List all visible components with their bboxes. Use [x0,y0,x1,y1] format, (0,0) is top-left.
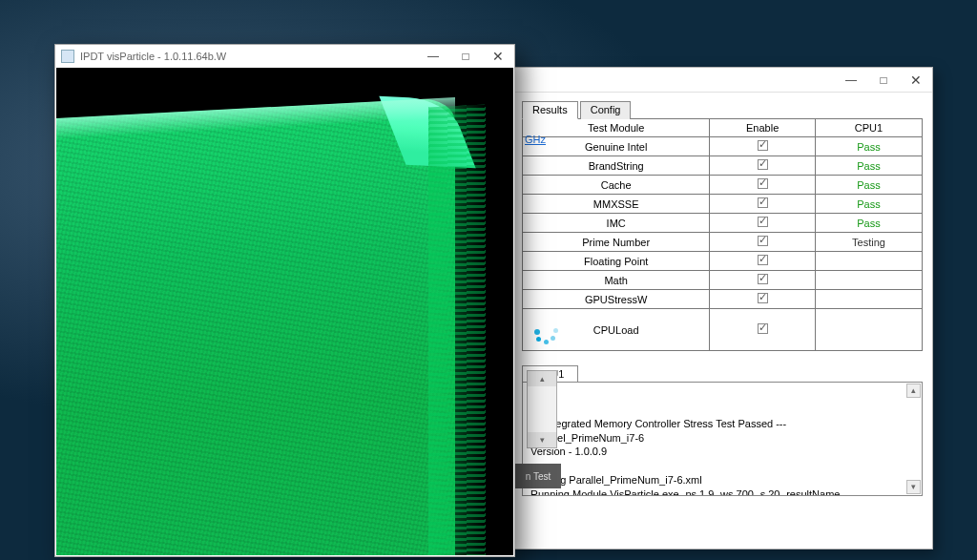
close-button[interactable]: ✕ [482,45,514,68]
particle-cube [56,97,455,555]
table-row: Prime NumberTesting [523,233,923,252]
diagnostic-titlebar[interactable]: — □ ✕ [512,68,932,93]
particle-edge [428,104,486,555]
status-cell [815,252,922,271]
visparticle-titlebar[interactable]: IPDT visParticle - 1.0.11.64b.W — □ ✕ [55,45,514,68]
test-name: GPUStressW [523,290,710,309]
test-name: Cache [523,176,710,195]
table-row: Math [523,271,923,290]
test-name: Math [523,271,710,290]
maximize-button[interactable]: □ [867,68,900,92]
table-row: Floating Point [523,252,923,271]
col-test-module: Test Module [523,119,710,137]
status-cell: Pass [815,195,922,214]
results-tabs: Results Config [522,100,923,119]
enable-checkbox[interactable] [758,293,768,303]
maximize-button[interactable]: □ [449,45,482,68]
status-cell: Pass [815,214,922,233]
close-button[interactable]: ✕ [900,68,932,92]
log-text: --- Integrated Memory Controller Stress … [530,418,840,496]
enable-checkbox[interactable] [758,159,768,170]
hidden-scrollbar[interactable]: ▴ ▾ [527,370,557,448]
loading-spinner [534,321,561,347]
test-name: Floating Point [523,252,710,271]
table-row: GPUStressW [523,290,923,309]
window-title: IPDT visParticle - 1.0.11.64b.W [80,51,226,62]
minimize-button[interactable]: — [835,68,867,92]
tab-results[interactable]: Results [522,101,578,119]
test-name: MMXSSE [523,195,710,214]
app-icon [61,50,74,63]
table-row: Genuine IntelPass [523,137,923,156]
test-name: Prime Number [523,233,710,252]
table-row: BrandStringPass [523,156,923,176]
enable-checkbox[interactable] [758,323,768,334]
test-name: IMC [523,214,710,233]
status-cell: Pass [815,176,922,195]
enable-checkbox[interactable] [758,197,768,208]
status-cell [815,290,922,309]
enable-checkbox[interactable] [758,255,768,265]
enable-checkbox[interactable] [758,217,768,227]
table-row: IMCPass [523,214,923,233]
test-name: BrandString [523,156,710,176]
enable-checkbox[interactable] [758,178,768,189]
scroll-up-icon[interactable]: ▴ [528,371,556,386]
scroll-down-icon[interactable]: ▾ [528,432,556,447]
test-results-table: Test Module Enable CPU1 Genuine IntelPas… [522,118,923,351]
status-cell [815,271,922,290]
minimize-button[interactable]: — [417,45,449,68]
status-cell [815,309,922,351]
col-cpu1: CPU1 [815,119,922,137]
visparticle-window: IPDT visParticle - 1.0.11.64b.W — □ ✕ [54,44,515,557]
particle-viewport [56,68,513,555]
log-output[interactable]: ▴ --- Integrated Memory Controller Stres… [522,382,923,496]
col-enable: Enable [710,119,816,137]
scroll-up-icon[interactable]: ▴ [906,384,921,398]
diagnostic-window: — □ ✕ Results Config Test Module Enable … [511,67,933,550]
tab-config[interactable]: Config [580,101,632,119]
test-name: Genuine Intel [523,137,710,156]
table-row: CachePass [523,176,923,195]
run-test-button-fragment[interactable]: n Test [515,464,561,488]
scroll-down-icon[interactable]: ▾ [906,480,921,494]
enable-checkbox[interactable] [758,236,768,246]
table-row: MMXSSEPass [523,195,923,214]
status-cell: Testing [815,233,922,252]
status-cell: Pass [815,137,922,156]
status-cell: Pass [815,156,922,176]
enable-checkbox[interactable] [758,140,768,151]
table-row: CPULoad [523,309,923,351]
cpu-freq-link[interactable]: GHz [525,134,546,145]
enable-checkbox[interactable] [758,274,768,284]
